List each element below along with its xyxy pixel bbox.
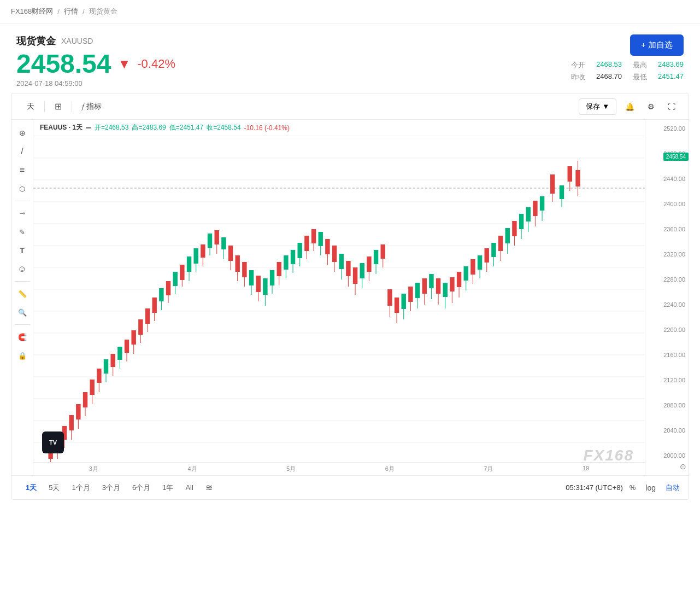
compare-button[interactable]: ≋ xyxy=(200,480,218,495)
svg-rect-22 xyxy=(69,415,73,430)
x-label-april: 4月 xyxy=(187,465,197,473)
text-icon: T xyxy=(20,246,25,255)
svg-rect-88 xyxy=(297,243,302,258)
save-label: 保存 xyxy=(586,102,600,112)
left-toolbar: ⊕ / ≡ ⬡ ⊸ ✎ T ☺ xyxy=(11,120,33,475)
scale-2520: 2520.00 xyxy=(649,125,685,132)
svg-rect-146 xyxy=(498,236,503,251)
emoji-tool[interactable]: ☺ xyxy=(14,260,31,278)
indicator-icon: 𝑓 xyxy=(82,102,84,111)
svg-rect-38 xyxy=(125,340,129,353)
scale-2400: 2400.00 xyxy=(649,201,685,207)
svg-rect-66 xyxy=(221,237,226,249)
chart-change: -10.16 (-0.41%) xyxy=(244,124,290,132)
chart-footer: 1天 5天 1个月 3个月 6个月 1年 All ≋ 05:31:47 (UTC… xyxy=(11,475,689,499)
svg-rect-140 xyxy=(478,255,482,270)
time-all[interactable]: All xyxy=(180,480,198,495)
breadcrumb-home[interactable]: FX168财经网 xyxy=(11,7,53,16)
breadcrumb-current: 现货黄金 xyxy=(89,7,117,16)
svg-rect-100 xyxy=(339,254,344,269)
candle-icon: ⊞ xyxy=(55,101,62,112)
fib-tool[interactable]: ⊸ xyxy=(14,205,31,222)
scale-2040: 2040.00 xyxy=(649,427,685,434)
parallel-lines-tool[interactable]: ≡ xyxy=(14,161,31,179)
yesterday-close-value: 2468.70 xyxy=(596,72,622,82)
scale-2480: 2480.00 2458.54 xyxy=(649,150,685,157)
svg-rect-50 xyxy=(166,281,170,295)
add-watchlist-button[interactable]: + 加自选 xyxy=(630,34,684,56)
svg-rect-42 xyxy=(138,319,143,335)
svg-rect-136 xyxy=(464,266,468,281)
brush-icon: ✎ xyxy=(19,228,25,236)
footer-right: 05:31:47 (UTC+8) % log 自动 xyxy=(566,482,680,493)
fullscreen-button[interactable]: ⛶ xyxy=(663,99,680,114)
today-open-label: 今开 xyxy=(571,60,585,70)
node-tool[interactable]: ⬡ xyxy=(14,180,31,197)
chart-info-bar: FEAUUS · 1天 开=2468.53 高=2483.69 低=2451.4… xyxy=(33,120,645,136)
time-1day[interactable]: 1天 xyxy=(20,480,42,495)
time-1year[interactable]: 1年 xyxy=(157,480,179,495)
log-button[interactable]: log xyxy=(642,482,659,493)
candlestick-chart xyxy=(33,136,645,475)
today-open-value: 2468.53 xyxy=(596,60,622,70)
time-3month[interactable]: 3个月 xyxy=(97,480,126,495)
settings-button[interactable]: ⚙ xyxy=(643,99,659,114)
time-1month[interactable]: 1个月 xyxy=(66,480,95,495)
scale-2360: 2360.00 xyxy=(649,226,685,232)
svg-rect-128 xyxy=(436,278,440,294)
chevron-down-icon: ▼ xyxy=(602,102,609,110)
chart-svg-area[interactable]: TV FX168 3月 4月 5月 6月 7月 19 xyxy=(33,136,645,475)
left-toolbar-separator2 xyxy=(15,281,30,282)
breadcrumb: FX168财经网 / 行情 / 现货黄金 xyxy=(0,0,700,24)
svg-rect-152 xyxy=(519,214,523,229)
chart-open: 开=2468.53 xyxy=(95,123,128,132)
toolbar-separator xyxy=(44,101,45,112)
scale-settings-icon[interactable]: ⊙ xyxy=(680,462,686,471)
scale-2280: 2280.00 xyxy=(649,276,685,283)
line-icon: / xyxy=(21,147,23,156)
high-value: 2483.69 xyxy=(658,60,684,70)
svg-rect-34 xyxy=(110,354,115,367)
svg-rect-68 xyxy=(228,246,233,261)
svg-rect-114 xyxy=(387,289,392,306)
emoji-icon: ☺ xyxy=(17,264,26,274)
svg-rect-130 xyxy=(443,283,448,297)
save-button[interactable]: 保存 ▼ xyxy=(579,98,616,115)
chart-symbol-label: FEAUUS · 1天 xyxy=(40,123,83,132)
zoom-tool[interactable]: 🔍 xyxy=(14,304,31,321)
svg-rect-120 xyxy=(408,287,413,302)
yesterday-close-label: 昨收 xyxy=(571,72,585,82)
scale-2160: 2160.00 xyxy=(649,352,685,358)
tv-logo: TV xyxy=(42,431,64,453)
svg-rect-102 xyxy=(346,261,350,276)
low-value: 2451.47 xyxy=(658,72,684,82)
high-label: 最高 xyxy=(633,60,647,70)
chart-area[interactable]: FEAUUS · 1天 开=2468.53 高=2483.69 低=2451.4… xyxy=(33,120,645,475)
day-button[interactable]: 天 xyxy=(20,98,41,115)
svg-rect-60 xyxy=(201,244,205,258)
svg-rect-148 xyxy=(505,228,510,243)
magnet-tool[interactable]: 🧲 xyxy=(14,328,31,346)
lock-tool[interactable]: 🔒 xyxy=(14,347,31,364)
candle-type-button[interactable]: ⊞ xyxy=(48,98,68,115)
svg-rect-78 xyxy=(263,278,267,295)
alert-button[interactable]: 🔔 xyxy=(621,99,639,114)
breadcrumb-market[interactable]: 行情 xyxy=(64,7,78,16)
svg-rect-154 xyxy=(526,207,531,221)
current-price: 2458.54 xyxy=(16,51,111,77)
svg-rect-150 xyxy=(512,221,516,236)
svg-rect-94 xyxy=(318,232,322,246)
chart-body: ⊕ / ≡ ⬡ ⊸ ✎ T ☺ xyxy=(11,120,689,475)
time-6month[interactable]: 6个月 xyxy=(127,480,156,495)
auto-button[interactable]: 自动 xyxy=(666,483,680,493)
text-tool[interactable]: T xyxy=(14,242,31,259)
scale-2440: 2440.00 xyxy=(649,176,685,182)
indicator-button[interactable]: 𝑓 指标 xyxy=(75,98,108,115)
brush-tool[interactable]: ✎ xyxy=(14,223,31,241)
time-5day[interactable]: 5天 xyxy=(43,480,65,495)
crosshair-tool[interactable]: ⊕ xyxy=(14,124,31,142)
trend-line-tool[interactable]: / xyxy=(14,143,31,160)
ruler-tool[interactable]: 📏 xyxy=(14,285,31,302)
price-arrow-icon: ▼ xyxy=(118,56,131,72)
svg-rect-96 xyxy=(325,239,330,254)
